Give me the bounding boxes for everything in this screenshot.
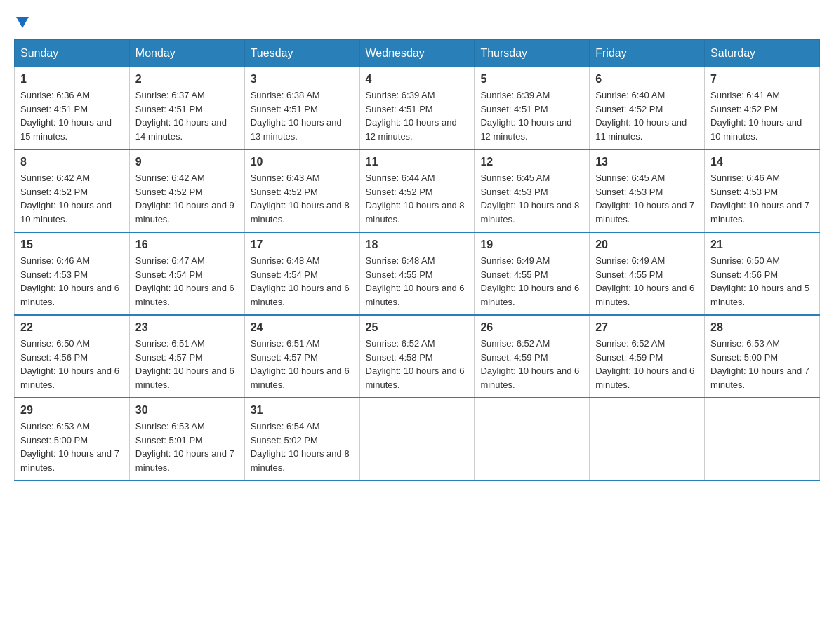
calendar-cell: 20 Sunrise: 6:49 AM Sunset: 4:55 PM Dayl… xyxy=(590,232,705,315)
day-info: Sunrise: 6:50 AM Sunset: 4:56 PM Dayligh… xyxy=(710,254,814,309)
daylight-label: Daylight: 10 hours and 6 minutes. xyxy=(480,365,579,390)
calendar-cell: 13 Sunrise: 6:45 AM Sunset: 4:53 PM Dayl… xyxy=(590,149,705,232)
calendar-cell: 19 Sunrise: 6:49 AM Sunset: 4:55 PM Dayl… xyxy=(475,232,590,315)
sunset-label: Sunset: 4:53 PM xyxy=(710,187,778,197)
daylight-label: Daylight: 10 hours and 7 minutes. xyxy=(135,448,234,473)
week-row-3: 15 Sunrise: 6:46 AM Sunset: 4:53 PM Dayl… xyxy=(15,232,820,315)
day-number: 17 xyxy=(251,239,354,251)
header-wednesday: Wednesday xyxy=(359,40,475,67)
daylight-label: Daylight: 10 hours and 6 minutes. xyxy=(251,283,350,307)
sunset-label: Sunset: 4:55 PM xyxy=(595,269,663,280)
svg-marker-0 xyxy=(16,17,29,28)
day-info: Sunrise: 6:53 AM Sunset: 5:01 PM Dayligh… xyxy=(135,420,239,474)
sunset-label: Sunset: 4:51 PM xyxy=(20,104,88,114)
day-info: Sunrise: 6:49 AM Sunset: 4:55 PM Dayligh… xyxy=(480,254,583,309)
day-info: Sunrise: 6:50 AM Sunset: 4:56 PM Dayligh… xyxy=(20,337,124,391)
calendar-cell: 27 Sunrise: 6:52 AM Sunset: 4:59 PM Dayl… xyxy=(590,315,705,398)
daylight-label: Daylight: 10 hours and 8 minutes. xyxy=(251,200,350,224)
sunset-label: Sunset: 4:58 PM xyxy=(366,352,433,363)
sunset-label: Sunset: 4:52 PM xyxy=(20,187,88,197)
daylight-label: Daylight: 10 hours and 15 minutes. xyxy=(20,117,112,142)
daylight-label: Daylight: 10 hours and 6 minutes. xyxy=(366,365,465,390)
daylight-label: Daylight: 10 hours and 6 minutes. xyxy=(595,365,694,390)
sunrise-label: Sunrise: 6:46 AM xyxy=(710,173,780,183)
sunset-label: Sunset: 4:52 PM xyxy=(710,104,778,114)
calendar-cell: 8 Sunrise: 6:42 AM Sunset: 4:52 PM Dayli… xyxy=(15,149,130,232)
day-info: Sunrise: 6:39 AM Sunset: 4:51 PM Dayligh… xyxy=(366,88,469,143)
calendar-cell: 2 Sunrise: 6:37 AM Sunset: 4:51 PM Dayli… xyxy=(129,67,244,150)
sunrise-label: Sunrise: 6:43 AM xyxy=(251,173,320,183)
day-number: 18 xyxy=(366,239,469,251)
daylight-label: Daylight: 10 hours and 14 minutes. xyxy=(135,117,227,142)
day-number: 21 xyxy=(710,239,814,251)
sunset-label: Sunset: 4:53 PM xyxy=(480,187,548,197)
daylight-label: Daylight: 10 hours and 6 minutes. xyxy=(366,283,465,307)
daylight-label: Daylight: 10 hours and 13 minutes. xyxy=(251,117,342,142)
calendar-cell: 17 Sunrise: 6:48 AM Sunset: 4:54 PM Dayl… xyxy=(244,232,359,315)
day-info: Sunrise: 6:53 AM Sunset: 5:00 PM Dayligh… xyxy=(710,337,814,391)
day-number: 22 xyxy=(20,321,124,334)
day-info: Sunrise: 6:53 AM Sunset: 5:00 PM Dayligh… xyxy=(20,420,124,474)
sunrise-label: Sunrise: 6:45 AM xyxy=(480,173,550,183)
sunrise-label: Sunrise: 6:36 AM xyxy=(20,90,90,100)
day-info: Sunrise: 6:46 AM Sunset: 4:53 PM Dayligh… xyxy=(710,171,814,226)
sunset-label: Sunset: 4:51 PM xyxy=(135,104,203,114)
day-number: 28 xyxy=(710,321,814,334)
sunset-label: Sunset: 4:59 PM xyxy=(595,352,663,363)
calendar-cell xyxy=(475,398,590,481)
day-info: Sunrise: 6:51 AM Sunset: 4:57 PM Dayligh… xyxy=(251,337,354,391)
sunset-label: Sunset: 4:51 PM xyxy=(366,104,433,114)
calendar-cell: 22 Sunrise: 6:50 AM Sunset: 4:56 PM Dayl… xyxy=(15,315,130,398)
day-number: 3 xyxy=(251,73,354,86)
day-number: 14 xyxy=(710,156,814,168)
calendar-cell: 25 Sunrise: 6:52 AM Sunset: 4:58 PM Dayl… xyxy=(359,315,475,398)
day-number: 26 xyxy=(480,321,583,334)
sunset-label: Sunset: 4:51 PM xyxy=(480,104,548,114)
calendar-cell: 12 Sunrise: 6:45 AM Sunset: 4:53 PM Dayl… xyxy=(475,149,590,232)
day-number: 8 xyxy=(20,156,124,168)
day-info: Sunrise: 6:38 AM Sunset: 4:51 PM Dayligh… xyxy=(251,88,354,143)
sunset-label: Sunset: 4:59 PM xyxy=(480,352,548,363)
day-number: 2 xyxy=(135,73,239,86)
daylight-label: Daylight: 10 hours and 8 minutes. xyxy=(366,200,465,224)
day-number: 24 xyxy=(251,321,354,334)
daylight-label: Daylight: 10 hours and 8 minutes. xyxy=(480,200,579,224)
sunrise-label: Sunrise: 6:50 AM xyxy=(710,255,780,266)
daylight-label: Daylight: 10 hours and 10 minutes. xyxy=(710,117,802,142)
header-sunday: Sunday xyxy=(15,40,130,67)
day-info: Sunrise: 6:43 AM Sunset: 4:52 PM Dayligh… xyxy=(251,171,354,226)
week-row-4: 22 Sunrise: 6:50 AM Sunset: 4:56 PM Dayl… xyxy=(15,315,820,398)
calendar-cell: 29 Sunrise: 6:53 AM Sunset: 5:00 PM Dayl… xyxy=(15,398,130,481)
day-number: 19 xyxy=(480,239,583,251)
calendar-cell: 21 Sunrise: 6:50 AM Sunset: 4:56 PM Dayl… xyxy=(705,232,820,315)
sunrise-label: Sunrise: 6:47 AM xyxy=(135,255,205,266)
daylight-label: Daylight: 10 hours and 6 minutes. xyxy=(135,283,234,307)
calendar-header-row: SundayMondayTuesdayWednesdayThursdayFrid… xyxy=(15,40,820,67)
week-row-2: 8 Sunrise: 6:42 AM Sunset: 4:52 PM Dayli… xyxy=(15,149,820,232)
calendar-cell: 16 Sunrise: 6:47 AM Sunset: 4:54 PM Dayl… xyxy=(129,232,244,315)
daylight-label: Daylight: 10 hours and 7 minutes. xyxy=(710,365,809,390)
logo-triangle-icon xyxy=(15,14,30,29)
daylight-label: Daylight: 10 hours and 6 minutes. xyxy=(480,283,579,307)
day-info: Sunrise: 6:36 AM Sunset: 4:51 PM Dayligh… xyxy=(20,88,124,143)
calendar-cell: 23 Sunrise: 6:51 AM Sunset: 4:57 PM Dayl… xyxy=(129,315,244,398)
daylight-label: Daylight: 10 hours and 6 minutes. xyxy=(595,283,694,307)
day-number: 29 xyxy=(20,404,124,417)
sunrise-label: Sunrise: 6:52 AM xyxy=(595,338,665,349)
day-info: Sunrise: 6:52 AM Sunset: 4:59 PM Dayligh… xyxy=(595,337,699,391)
sunrise-label: Sunrise: 6:48 AM xyxy=(366,255,435,266)
sunrise-label: Sunrise: 6:49 AM xyxy=(480,255,550,266)
daylight-label: Daylight: 10 hours and 8 minutes. xyxy=(251,448,350,473)
daylight-label: Daylight: 10 hours and 5 minutes. xyxy=(710,283,809,307)
sunset-label: Sunset: 4:57 PM xyxy=(135,352,203,363)
sunset-label: Sunset: 4:54 PM xyxy=(135,269,203,280)
calendar-cell: 14 Sunrise: 6:46 AM Sunset: 4:53 PM Dayl… xyxy=(705,149,820,232)
sunset-label: Sunset: 5:00 PM xyxy=(20,435,88,445)
day-info: Sunrise: 6:51 AM Sunset: 4:57 PM Dayligh… xyxy=(135,337,239,391)
day-info: Sunrise: 6:45 AM Sunset: 4:53 PM Dayligh… xyxy=(595,171,699,226)
sunrise-label: Sunrise: 6:52 AM xyxy=(366,338,435,349)
day-number: 4 xyxy=(366,73,469,86)
sunset-label: Sunset: 5:01 PM xyxy=(135,435,203,445)
day-number: 20 xyxy=(595,239,699,251)
day-info: Sunrise: 6:54 AM Sunset: 5:02 PM Dayligh… xyxy=(251,420,354,474)
